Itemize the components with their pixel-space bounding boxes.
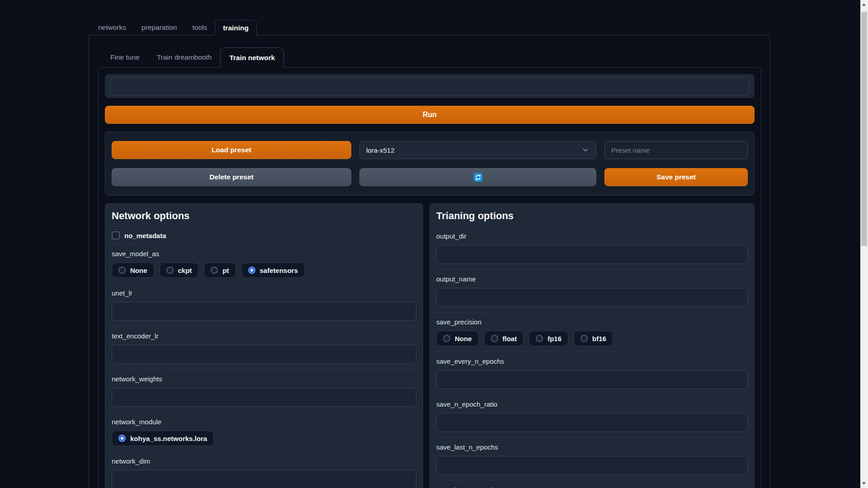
scrollbar[interactable] bbox=[860, 0, 868, 488]
radio-icon bbox=[118, 267, 126, 274]
radio-label: safetensors bbox=[260, 267, 298, 274]
sub-tab-train-network[interactable]: Train network bbox=[220, 47, 284, 68]
main-tab-tools[interactable]: tools bbox=[184, 20, 215, 35]
radio-icon bbox=[443, 335, 450, 342]
no-metadata-option[interactable]: no_metadata bbox=[105, 226, 423, 244]
radio-label: fp16 bbox=[547, 335, 561, 343]
sub-tab-bar: Fine tune Train dreambooth Train network bbox=[98, 47, 284, 68]
network-options-title: Network options bbox=[105, 204, 423, 226]
radio-icon bbox=[211, 267, 218, 274]
delete-preset-button[interactable]: Delete preset bbox=[112, 168, 351, 186]
chevron-down-icon bbox=[581, 146, 590, 154]
training-options-panel: Trianing options output_dir output_name … bbox=[429, 203, 755, 488]
refresh-icon bbox=[473, 173, 483, 182]
save-preset-button[interactable]: Save preset bbox=[604, 168, 748, 186]
app-page: networks preparation tools training Fine… bbox=[0, 0, 868, 488]
save-model-as-section: save_model_as None ckpt bbox=[105, 244, 423, 283]
sub-tab-train-dreambooth[interactable]: Train dreambooth bbox=[148, 47, 221, 68]
radio-icon bbox=[580, 335, 588, 342]
save-every-n-epochs-input[interactable] bbox=[436, 370, 748, 389]
network-weights-input[interactable] bbox=[112, 388, 416, 407]
run-button[interactable]: Run bbox=[105, 106, 755, 124]
command-textbox-container bbox=[105, 74, 755, 98]
training-options-title: Trianing options bbox=[430, 204, 754, 226]
options-panels-row: Network options no_metadata save_model_a… bbox=[105, 203, 755, 488]
network-module-section: network_module kohya_ss.networks.lora bbox=[105, 412, 423, 451]
radio-save-model-as-pt[interactable]: pt bbox=[204, 263, 236, 278]
network-dim-input[interactable] bbox=[112, 470, 416, 488]
main-tab-networks[interactable]: networks bbox=[90, 20, 134, 35]
network-dim-label: network_dim bbox=[112, 457, 416, 465]
radio-save-model-as-none[interactable]: None bbox=[112, 263, 154, 278]
output-name-section: output_name bbox=[430, 269, 754, 312]
run-command-textbox[interactable] bbox=[110, 77, 749, 95]
output-name-input[interactable] bbox=[436, 288, 748, 307]
save-last-n-epochs-label: save_last_n_epochs bbox=[436, 443, 748, 451]
radio-icon bbox=[166, 267, 174, 274]
radio-selected-icon bbox=[118, 435, 126, 442]
save-n-epoch-ratio-label: save_n_epoch_ratio bbox=[436, 400, 748, 408]
save-n-epoch-ratio-section: save_n_epoch_ratio bbox=[430, 394, 754, 437]
radio-save-model-as-ckpt[interactable]: ckpt bbox=[160, 263, 199, 278]
network-dim-section: network_dim bbox=[105, 451, 423, 488]
network-module-label: network_module bbox=[112, 418, 416, 426]
unet-lr-input[interactable] bbox=[112, 302, 416, 321]
scroll-down-arrow[interactable] bbox=[862, 482, 866, 485]
network-weights-section: network_weights bbox=[105, 369, 423, 412]
radio-icon bbox=[536, 335, 543, 342]
radio-label: kohya_ss.networks.lora bbox=[130, 435, 207, 442]
main-tab-preparation[interactable]: preparation bbox=[134, 20, 184, 35]
save-precision-section: save_precision None float bbox=[430, 312, 754, 352]
save-precision-radio-group: None float fp16 bbox=[436, 331, 748, 346]
save-every-n-epochs-section: save_every_n_epochs bbox=[430, 352, 754, 394]
radio-label: None bbox=[130, 267, 147, 274]
save-last-n-epochs-input[interactable] bbox=[436, 456, 748, 475]
output-dir-label: output_dir bbox=[436, 232, 748, 240]
no-metadata-checkbox[interactable] bbox=[112, 231, 120, 239]
radio-save-precision-none[interactable]: None bbox=[436, 331, 479, 346]
radio-save-precision-fp16[interactable]: fp16 bbox=[529, 331, 568, 346]
radio-label: bf16 bbox=[592, 335, 606, 343]
scrollbar-thumb[interactable] bbox=[861, 12, 867, 246]
network-options-panel: Network options no_metadata save_model_a… bbox=[105, 203, 423, 488]
radio-save-precision-float[interactable]: float bbox=[484, 331, 524, 346]
no-metadata-label: no_metadata bbox=[124, 232, 166, 239]
refresh-preset-button[interactable] bbox=[359, 168, 596, 186]
network-module-radio-group: kohya_ss.networks.lora bbox=[112, 431, 416, 446]
radio-kohya-ss-networks-lora[interactable]: kohya_ss.networks.lora bbox=[112, 431, 214, 446]
scroll-up-arrow[interactable] bbox=[862, 3, 866, 6]
preset-dropdown[interactable]: lora-x512 bbox=[359, 141, 596, 159]
save-precision-label: save_precision bbox=[436, 318, 748, 326]
save-n-epoch-ratio-input[interactable] bbox=[436, 413, 748, 432]
save-last-n-epochs-state-section: save_last_n_epochs_state bbox=[430, 480, 754, 488]
radio-save-precision-bf16[interactable]: bf16 bbox=[574, 331, 613, 346]
main-tab-bar: networks preparation tools training bbox=[89, 20, 257, 35]
radio-save-model-as-safetensors[interactable]: safetensors bbox=[241, 263, 305, 278]
text-encoder-lr-input[interactable] bbox=[112, 345, 416, 364]
output-dir-input[interactable] bbox=[436, 245, 748, 264]
radio-selected-icon bbox=[248, 267, 255, 274]
load-preset-button[interactable]: Load preset bbox=[112, 141, 351, 159]
radio-label: None bbox=[455, 335, 472, 343]
save-model-as-radio-group: None ckpt pt bbox=[112, 263, 416, 278]
train-network-panel: Run Load preset lora-x512 Delete preset bbox=[98, 67, 761, 488]
text-encoder-lr-label: text_encoder_lr bbox=[112, 332, 416, 340]
main-tab-training[interactable]: training bbox=[215, 20, 257, 35]
unet-lr-section: unet_lr bbox=[105, 283, 423, 326]
output-dir-section: output_dir bbox=[430, 226, 754, 269]
text-encoder-lr-section: text_encoder_lr bbox=[105, 326, 423, 369]
output-name-label: output_name bbox=[436, 275, 748, 283]
sub-tab-fine-tune[interactable]: Fine tune bbox=[102, 47, 148, 68]
save-last-n-epochs-state-label: save_last_n_epochs_state bbox=[436, 486, 748, 488]
radio-label: float bbox=[503, 335, 517, 343]
save-last-n-epochs-section: save_last_n_epochs bbox=[430, 437, 754, 480]
training-tab-panel: Fine tune Train dreambooth Train network… bbox=[89, 35, 770, 488]
preset-group: Load preset lora-x512 Delete preset bbox=[105, 131, 755, 196]
radio-label: ckpt bbox=[178, 267, 192, 274]
preset-dropdown-value: lora-x512 bbox=[366, 146, 395, 154]
network-weights-label: network_weights bbox=[112, 375, 416, 383]
radio-label: pt bbox=[222, 267, 229, 274]
radio-icon bbox=[491, 335, 498, 342]
preset-name-input[interactable] bbox=[604, 141, 748, 159]
unet-lr-label: unet_lr bbox=[112, 289, 416, 297]
